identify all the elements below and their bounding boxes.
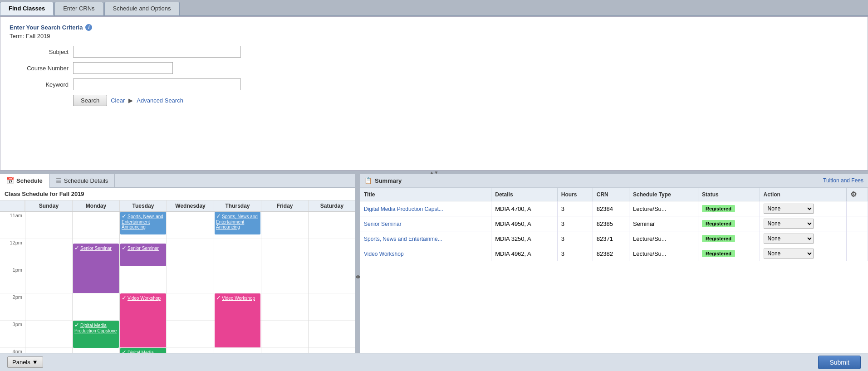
- wednesday-2pm: [167, 293, 214, 321]
- summary-title-text: Summary: [375, 177, 402, 184]
- check-icon: ✓: [122, 244, 127, 251]
- status-badge-1: Registered: [702, 220, 735, 227]
- wednesday-1pm: [167, 266, 214, 293]
- clear-button[interactable]: Clear: [111, 97, 125, 104]
- cell-details-3: MDIA 4962, A: [491, 246, 558, 261]
- cell-schedule-type-2: Lecture/Su...: [629, 231, 698, 246]
- event-link[interactable]: Senior Seminar: [128, 246, 159, 251]
- friday-11am: [261, 212, 308, 239]
- day-col-monday: ✓Senior Seminar ✓Digital Media Productio…: [72, 212, 119, 371]
- tuition-and-fees-link[interactable]: Tuition and Fees: [823, 177, 863, 184]
- day-saturday: Saturday: [308, 200, 355, 211]
- advanced-search-link[interactable]: Advanced Search: [137, 97, 183, 104]
- check-icon: ✓: [122, 213, 127, 220]
- course-link-2[interactable]: Sports, News and Entertainme...: [364, 236, 442, 242]
- wednesday-3pm: [167, 321, 214, 348]
- day-col-thursday: ✓Sports, News and Entertainment Announci…: [214, 212, 261, 371]
- subject-label: Subject: [10, 49, 69, 55]
- submit-button[interactable]: Submit: [818, 356, 861, 369]
- tab-schedule-and-options[interactable]: Schedule and Options: [104, 2, 180, 15]
- action-select-0[interactable]: None Drop Withdraw: [764, 204, 814, 214]
- time-12pm: 12pm: [0, 239, 25, 266]
- tuesday-1pm: [120, 266, 167, 293]
- cell-schedule-type-1: Seminar: [629, 216, 698, 231]
- sunday-1pm: [25, 266, 72, 293]
- resize-bar-vertical[interactable]: ◀▶: [356, 174, 360, 371]
- check-icon: ✓: [216, 213, 221, 220]
- tab-schedule-details[interactable]: ☰ Schedule Details: [49, 174, 115, 187]
- course-link-1[interactable]: Senior Seminar: [364, 221, 402, 227]
- info-icon[interactable]: i: [85, 24, 92, 31]
- col-settings: ⚙: [847, 188, 868, 201]
- friday-1pm: [261, 266, 308, 293]
- keyword-label: Keyword: [10, 81, 69, 88]
- settings-gear-icon[interactable]: ⚙: [850, 190, 857, 198]
- status-badge-2: Registered: [702, 235, 735, 242]
- check-icon: ✓: [74, 244, 79, 251]
- check-icon: ✓: [122, 294, 127, 301]
- subject-input[interactable]: [73, 46, 241, 58]
- cell-status-2: Registered: [698, 231, 760, 246]
- saturday-2pm: [309, 293, 355, 321]
- day-col-sunday: [25, 212, 72, 371]
- event-digital-media-monday[interactable]: ✓Digital Media Production Capstone: [73, 321, 119, 348]
- event-link[interactable]: Video Workshop: [128, 296, 161, 301]
- event-link[interactable]: Digital Media Production Capstone: [74, 323, 117, 333]
- tab-schedule[interactable]: 📅 Schedule: [0, 174, 49, 188]
- course-number-input[interactable]: [73, 62, 173, 74]
- cell-crn-0: 82384: [593, 201, 629, 216]
- check-icon: ✓: [74, 322, 79, 328]
- cell-schedule-type-0: Lecture/Su...: [629, 201, 698, 216]
- search-title: Enter Your Search Criteria i: [10, 24, 858, 31]
- event-link[interactable]: Sports, News and Entertainment Announcin…: [122, 214, 163, 229]
- thursday-1pm: [214, 266, 261, 293]
- cell-hours-3: 3: [557, 246, 593, 261]
- wednesday-12pm: [167, 239, 214, 266]
- cell-settings-3: [847, 246, 868, 261]
- thursday-12pm: [214, 239, 261, 266]
- bottom-section: 📅 Schedule ☰ Schedule Details Class Sche…: [0, 174, 868, 371]
- tab-find-classes[interactable]: Find Classes: [0, 2, 54, 15]
- arrow-icon: ▶: [128, 97, 133, 104]
- search-button[interactable]: Search: [73, 95, 107, 106]
- event-senior-seminar-tuesday[interactable]: ✓Senior Seminar: [120, 244, 166, 266]
- sunday-2pm: [25, 293, 72, 321]
- cell-settings-2: [847, 231, 868, 246]
- day-friday: Friday: [261, 200, 308, 211]
- col-details: Details: [491, 188, 558, 201]
- day-wednesday: Wednesday: [167, 200, 214, 211]
- action-select-3[interactable]: None Drop Withdraw: [764, 249, 814, 259]
- table-row: Digital Media Production Capst... MDIA 4…: [360, 201, 868, 216]
- sunday-12pm: [25, 239, 72, 266]
- table-row: Video Workshop MDIA 4962, A 3 82382 Lect…: [360, 246, 868, 261]
- resize-bar-horizontal[interactable]: ▲▼: [0, 171, 868, 174]
- search-title-text: Enter Your Search Criteria: [10, 24, 83, 31]
- event-link[interactable]: Video Workshop: [222, 296, 255, 301]
- col-hours: Hours: [557, 188, 593, 201]
- action-select-2[interactable]: None Drop Withdraw: [764, 234, 814, 244]
- event-link[interactable]: Senior Seminar: [80, 246, 112, 251]
- time-1pm: 1pm: [0, 266, 25, 293]
- sunday-3pm: [25, 321, 72, 348]
- event-sports-thursday[interactable]: ✓Sports, News and Entertainment Announci…: [215, 212, 260, 234]
- keyword-input[interactable]: [73, 78, 241, 90]
- cell-title-0: Digital Media Production Capst...: [360, 201, 491, 216]
- col-action: Action: [760, 188, 847, 201]
- tab-enter-crns[interactable]: Enter CRNs: [54, 2, 103, 15]
- event-link[interactable]: Sports, News and Entertainment Announcin…: [216, 214, 258, 229]
- action-select-1[interactable]: None Drop Withdraw: [764, 219, 814, 229]
- tuesday-3pm: [120, 321, 167, 348]
- schedule-tabs: 📅 Schedule ☰ Schedule Details: [0, 174, 355, 188]
- course-link-0[interactable]: Digital Media Production Capst...: [364, 206, 443, 212]
- time-2pm: 2pm: [0, 293, 25, 321]
- cell-status-1: Registered: [698, 216, 760, 231]
- course-link-3[interactable]: Video Workshop: [364, 251, 404, 257]
- panels-button[interactable]: Panels ▼: [7, 356, 43, 368]
- monday-11am: [73, 212, 119, 239]
- cell-action-0: None Drop Withdraw: [760, 201, 847, 216]
- keyword-row: Keyword: [10, 78, 858, 90]
- schedule-details-tab-label: Schedule Details: [64, 177, 108, 184]
- friday-3pm: [261, 321, 308, 348]
- summary-table-container: Title Details Hours CRN Schedule Type St…: [360, 187, 868, 364]
- event-sports-tuesday[interactable]: ✓Sports, News and Entertainment Announci…: [120, 212, 166, 234]
